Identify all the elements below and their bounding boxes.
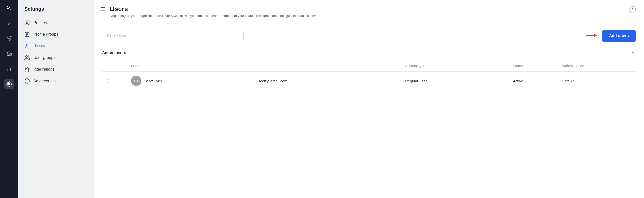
icon-rail: >.: [0, 0, 18, 198]
users-icon: [24, 43, 30, 49]
col-header-account-type: Account type: [401, 60, 509, 72]
col-header-dots: [102, 60, 127, 72]
col-header-email: Email: [254, 60, 401, 72]
ad-accounts-icon: [24, 78, 30, 84]
svg-point-13: [26, 56, 27, 57]
page-subtitle: Depending on your organization structure…: [110, 14, 319, 18]
add-users-button[interactable]: Add users: [602, 30, 636, 42]
integrations-icon: [24, 67, 30, 72]
svg-point-7: [26, 22, 28, 23]
profiles-icon: [24, 20, 30, 26]
row-dots-menu[interactable]: ⋮: [102, 72, 127, 90]
sidebar-item-users[interactable]: Users: [18, 40, 94, 52]
col-header-name: Name: [127, 60, 254, 72]
svg-point-12: [26, 44, 28, 46]
svg-point-5: [8, 83, 10, 85]
search-input[interactable]: [114, 34, 239, 38]
sidebar-header: Settings: [18, 6, 94, 17]
avatar: ST: [131, 76, 141, 86]
row-account-type-cell: Regular user: [401, 72, 509, 90]
arrow-rail-icon[interactable]: [4, 18, 14, 28]
sidebar-label-profile-groups: Profile groups: [33, 32, 58, 37]
profile-groups-icon: [24, 32, 30, 37]
page-title: Users: [110, 5, 319, 13]
sidebar-item-ad-accounts[interactable]: Ad accounts: [18, 75, 94, 87]
sidebar-item-profile-groups[interactable]: Profile groups: [18, 29, 94, 40]
help-icon[interactable]: ?: [629, 6, 636, 13]
search-box[interactable]: [102, 31, 244, 41]
paper-plane-rail-icon[interactable]: [4, 33, 14, 44]
inbox-rail-icon[interactable]: [4, 49, 14, 59]
settings-rail-icon[interactable]: [4, 79, 14, 89]
arrow-pointer-icon: [586, 31, 599, 41]
sidebar-item-profiles[interactable]: Profiles: [18, 17, 94, 29]
sidebar-label-profiles: Profiles: [33, 21, 47, 25]
row-authentication-cell: Default: [558, 72, 636, 90]
users-table: Name Email Account type Status Authentic…: [102, 60, 636, 90]
col-header-status: Status: [509, 60, 558, 72]
row-status-cell: Active: [509, 72, 558, 90]
chart-rail-icon[interactable]: [4, 64, 14, 74]
row-email-cell: scott@email.com: [254, 72, 401, 90]
active-users-section-header: Active users: [102, 50, 636, 60]
sidebar: Settings Profiles Profile groups Users: [18, 0, 94, 198]
main-header: Users Depending on your organization str…: [94, 0, 644, 22]
sidebar-label-integrations: Integrations: [33, 67, 55, 72]
sidebar-label-ad-accounts: Ad accounts: [33, 79, 56, 83]
header-left: Users Depending on your organization str…: [100, 5, 319, 18]
table-row: ⋮ ST Scott Tyler scott@email.com Regular…: [102, 72, 636, 90]
svg-line-22: [110, 37, 111, 38]
col-header-authentication: Authentication: [558, 60, 636, 72]
sidebar-item-user-groups[interactable]: User groups: [18, 52, 94, 64]
search-icon: [107, 34, 112, 38]
dots-icon[interactable]: ⋮: [106, 78, 111, 83]
sidebar-item-integrations[interactable]: Integrations: [18, 64, 94, 75]
search-add-row: Add users: [102, 30, 636, 42]
user-name: Scott Tyler: [144, 79, 162, 83]
user-groups-icon: [24, 55, 30, 61]
hamburger-icon[interactable]: [100, 6, 106, 13]
logo: >.: [7, 4, 12, 11]
svg-marker-14: [25, 67, 29, 71]
sidebar-label-users: Users: [33, 44, 45, 48]
header-title-block: Users Depending on your organization str…: [110, 5, 319, 18]
add-users-group: Add users: [586, 30, 636, 42]
sidebar-label-user-groups: User groups: [33, 55, 55, 60]
row-name-cell: ST Scott Tyler: [127, 72, 254, 90]
active-users-title: Active users: [102, 51, 126, 55]
content-area: Add users Active users Name Email Accoun…: [94, 22, 644, 198]
user-name-cell: ST Scott Tyler: [131, 76, 250, 86]
main-content: Users Depending on your organization str…: [94, 0, 644, 198]
chevron-up-icon[interactable]: [631, 50, 636, 56]
